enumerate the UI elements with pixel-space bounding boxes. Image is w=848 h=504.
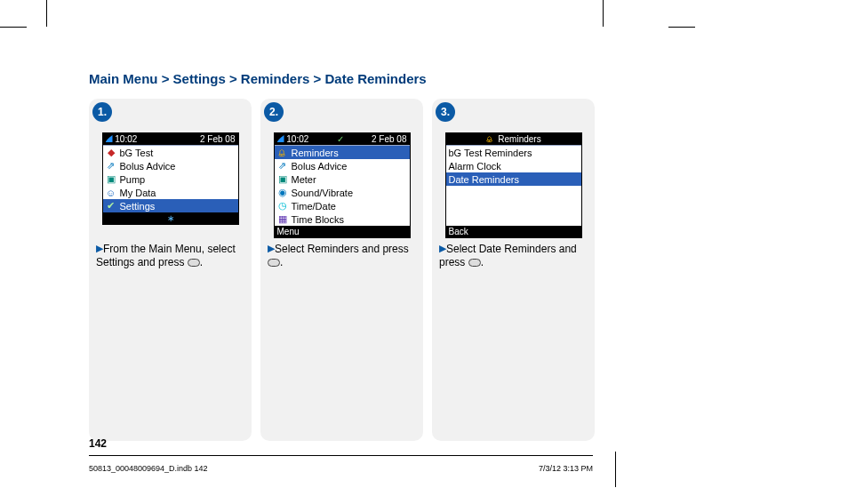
menu-list: 🕭Reminders ⇗Bolus Advice ▣Meter ◉Sound/V… [275, 145, 410, 226]
step-2: 2. 10:02 ✓ 2 Feb 08 🕭Reminders ⇗Bolus Ad… [260, 99, 423, 441]
blocks-icon: ▦ [277, 213, 288, 225]
menu-item-alarm-clock[interactable]: Alarm Clock [446, 159, 581, 172]
globe-icon: ◷ [277, 200, 288, 212]
person-icon: ☺ [106, 188, 116, 198]
status-bar: 10:02 2 Feb 08 [103, 133, 238, 145]
step-instruction: ▶From the Main Menu, select Settings and… [96, 243, 244, 269]
syringe-icon: ⇗ [277, 160, 288, 172]
device-screen-3: 🕭 Reminders bG Test Reminders Alarm Cloc… [445, 132, 582, 238]
footer-stamp: 7/3/12 3:13 PM [539, 464, 593, 473]
soft-key-left[interactable]: Back [449, 227, 468, 236]
menu-item-reminders[interactable]: 🕭Reminders [275, 146, 410, 159]
breadcrumb-heading: Main Menu > Settings > Reminders > Date … [89, 71, 596, 86]
steps-row: 1. 10:02 2 Feb 08 ◆bG Test ⇗Bolus Advice… [89, 99, 596, 441]
soft-key-bar: Menu [275, 226, 410, 237]
bell-icon: 🕭 [485, 134, 494, 144]
menu-item-settings[interactable]: ✔Settings [103, 199, 238, 212]
status-time: 10:02 [106, 134, 138, 144]
menu-item-bgtest[interactable]: ◆bG Test [103, 146, 238, 159]
title-text: Reminders [498, 134, 540, 144]
menu-list: bG Test Reminders Alarm Clock Date Remin… [446, 145, 581, 226]
footer-line: 50813_00048009694_D.indb 142 7/3/12 3:13… [89, 464, 593, 473]
menu-item-date-reminders[interactable]: Date Reminders [446, 172, 581, 186]
step-instruction: ▶Select Date Reminders and press . [439, 243, 588, 269]
enter-key-icon [468, 259, 481, 267]
menu-item-timedate[interactable]: ◷Time/Date [275, 199, 410, 212]
step-3: 3. 🕭 Reminders bG Test Reminders Alarm C… [432, 99, 595, 441]
menu-item-meter[interactable]: ▣Meter [275, 172, 410, 186]
empty-space [446, 186, 581, 226]
menu-list: ◆bG Test ⇗Bolus Advice ▣Pump ☺My Data ✔S… [103, 145, 238, 212]
bell-icon: 🕭 [277, 148, 288, 158]
enter-key-icon [188, 259, 200, 267]
speaker-icon: ◉ [277, 187, 288, 198]
arrow-icon: ▶ [268, 243, 275, 253]
device-screen-1: 10:02 2 Feb 08 ◆bG Test ⇗Bolus Advice ▣P… [102, 132, 239, 225]
page-body: Main Menu > Settings > Reminders > Date … [89, 71, 596, 441]
step-badge: 1. [92, 102, 112, 122]
menu-item-bgtest-reminders[interactable]: bG Test Reminders [446, 146, 581, 159]
plug-icon: ▣ [106, 173, 116, 185]
bluetooth-icon: ∗ [167, 213, 174, 223]
title-bar: 🕭 Reminders [446, 133, 581, 145]
soft-key-left[interactable]: Menu [277, 227, 300, 236]
status-date: 2 Feb 08 [200, 134, 235, 144]
arrow-icon: ▶ [439, 243, 446, 253]
device-screen-2: 10:02 ✓ 2 Feb 08 🕭Reminders ⇗Bolus Advic… [274, 132, 411, 238]
drop-icon: ◆ [106, 147, 116, 158]
menu-item-timeblocks[interactable]: ▦Time Blocks [275, 212, 410, 226]
step-badge: 3. [436, 102, 455, 122]
status-time: 10:02 [277, 134, 309, 144]
step-1: 1. 10:02 2 Feb 08 ◆bG Test ⇗Bolus Advice… [89, 99, 252, 441]
check-icon: ✔ [106, 200, 116, 212]
enter-key-icon [268, 259, 280, 267]
soft-key-bar: ∗ [103, 212, 238, 224]
menu-item-bolus[interactable]: ⇗Bolus Advice [103, 159, 238, 172]
soft-key-bar: Back [446, 226, 581, 237]
menu-item-mydata[interactable]: ☺My Data [103, 186, 238, 199]
step-badge: 2. [264, 102, 284, 122]
status-bar: 10:02 ✓ 2 Feb 08 [275, 133, 410, 145]
footer-file: 50813_00048009694_D.indb 142 [89, 464, 208, 473]
menu-item-sound[interactable]: ◉Sound/Vibrate [275, 186, 410, 199]
syringe-icon: ⇗ [106, 160, 116, 172]
status-center-icon: ✓ [337, 134, 344, 144]
step-instruction: ▶Select Reminders and press . [268, 243, 416, 269]
menu-item-bolus[interactable]: ⇗Bolus Advice [275, 159, 410, 172]
status-date: 2 Feb 08 [372, 134, 406, 144]
menu-item-pump[interactable]: ▣Pump [103, 172, 238, 186]
page-number: 142 [89, 437, 107, 450]
arrow-icon: ▶ [96, 243, 103, 253]
meter-icon: ▣ [277, 173, 288, 185]
